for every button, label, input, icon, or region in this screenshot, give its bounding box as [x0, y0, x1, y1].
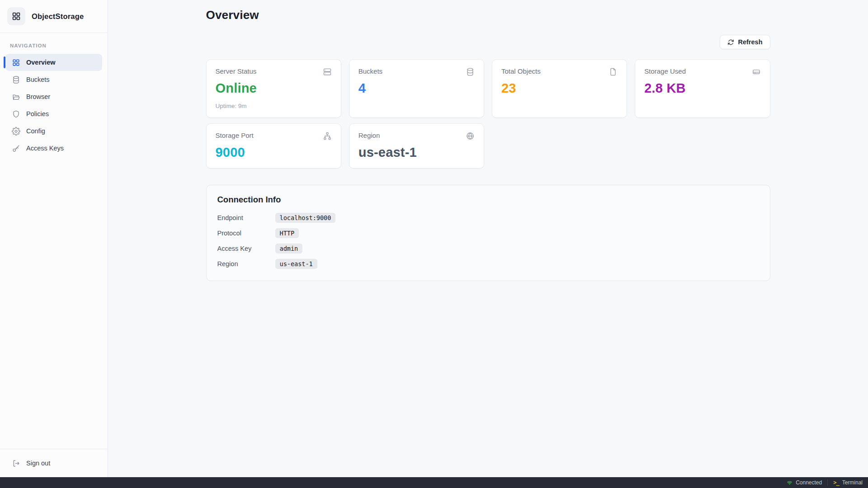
active-indicator-bar	[4, 56, 5, 68]
connection-row-label: Protocol	[217, 230, 275, 237]
card-subtitle: Uptime: 9m	[216, 103, 332, 109]
refresh-icon	[727, 39, 734, 46]
nav-section-label: NAVIGATION	[5, 39, 102, 54]
card-value: 23	[501, 81, 618, 96]
sign-out-label: Sign out	[26, 460, 50, 467]
hard-drive-icon	[752, 67, 761, 76]
sign-out-button[interactable]: Sign out	[5, 455, 102, 472]
status-bar: Connected >_ Terminal	[0, 477, 868, 488]
app-logo: ObjectStorage	[0, 0, 108, 33]
card-value: Online	[216, 81, 332, 96]
connection-row-region: Region us-east-1	[217, 259, 759, 269]
toolbar: Refresh	[206, 35, 770, 49]
folder-open-icon	[12, 93, 20, 101]
network-icon	[323, 131, 332, 141]
connection-status-label: Connected	[796, 479, 822, 486]
connection-status: Connected	[781, 477, 827, 488]
terminal-toggle[interactable]: >_ Terminal	[828, 477, 868, 488]
terminal-icon: >_	[833, 479, 839, 486]
connection-row-protocol: Protocol HTTP	[217, 228, 759, 238]
card-label: Storage Used	[644, 67, 686, 75]
app-logo-icon	[7, 7, 25, 25]
sidebar-item-label: Policies	[26, 110, 49, 117]
connection-info-title: Connection Info	[217, 195, 759, 205]
connection-row-label: Access Key	[217, 245, 275, 252]
key-icon	[12, 144, 20, 153]
sidebar-item-label: Access Keys	[26, 145, 64, 152]
sign-out-icon	[12, 459, 20, 468]
main-content: Overview Refresh Server Status	[108, 0, 868, 477]
connection-row-value: admin	[275, 244, 303, 253]
sidebar-item-access-keys[interactable]: Access Keys	[5, 140, 102, 157]
connection-info-panel: Connection Info Endpoint localhost:9000 …	[206, 185, 770, 281]
card-label: Server Status	[216, 67, 257, 75]
connection-row-endpoint: Endpoint localhost:9000	[217, 213, 759, 223]
card-label: Region	[359, 131, 380, 139]
sidebar-item-browser[interactable]: Browser	[5, 88, 102, 105]
refresh-label: Refresh	[738, 38, 763, 46]
dashboard-grid-icon	[12, 58, 20, 67]
card-value: 2.8 KB	[644, 81, 760, 96]
app-window: ObjectStorage NAVIGATION Overview Bucke	[0, 0, 868, 477]
connection-row-value: HTTP	[275, 228, 299, 238]
connection-row-value: us-east-1	[275, 259, 317, 269]
wifi-icon	[787, 480, 793, 486]
card-server-status: Server Status Online Uptime: 9m	[206, 59, 341, 118]
card-region: Region us-east-1	[349, 123, 484, 169]
connection-row-label: Endpoint	[217, 214, 275, 221]
file-icon	[609, 67, 618, 76]
sidebar-item-label: Buckets	[26, 76, 50, 83]
shield-icon	[12, 110, 20, 118]
dashboard-grid-icon	[11, 11, 21, 21]
sidebar-footer: Sign out	[0, 449, 108, 477]
connection-row-value: localhost:9000	[275, 213, 336, 223]
database-icon	[12, 75, 20, 84]
database-icon	[466, 67, 475, 76]
globe-icon	[466, 131, 475, 141]
card-storage-used: Storage Used 2.8 KB	[635, 59, 770, 118]
sidebar-item-label: Config	[26, 127, 45, 135]
card-total-objects: Total Objects 23	[492, 59, 627, 118]
card-buckets: Buckets 4	[349, 59, 484, 118]
server-icon	[323, 67, 332, 76]
sidebar-item-label: Overview	[26, 59, 56, 66]
card-label: Total Objects	[501, 67, 541, 75]
card-value: 4	[359, 81, 475, 96]
stat-cards-grid: Server Status Online Uptime: 9m Buckets	[206, 59, 770, 169]
page-title: Overview	[206, 8, 770, 22]
app-title: ObjectStorage	[32, 12, 84, 21]
sidebar-nav: NAVIGATION Overview Buckets	[0, 33, 108, 449]
connection-row-label: Region	[217, 260, 275, 267]
connection-row-access-key: Access Key admin	[217, 244, 759, 253]
sidebar-item-label: Browser	[26, 93, 50, 100]
card-value: us-east-1	[359, 145, 475, 160]
sidebar-item-config[interactable]: Config	[5, 122, 102, 140]
card-value: 9000	[216, 145, 332, 160]
card-label: Storage Port	[216, 131, 254, 139]
terminal-label: Terminal	[842, 479, 863, 486]
card-label: Buckets	[359, 67, 382, 75]
gear-icon	[12, 127, 20, 136]
card-storage-port: Storage Port 9000	[206, 123, 341, 169]
sidebar-item-policies[interactable]: Policies	[5, 105, 102, 122]
refresh-button[interactable]: Refresh	[720, 35, 770, 49]
sidebar: ObjectStorage NAVIGATION Overview Bucke	[0, 0, 108, 477]
sidebar-item-buckets[interactable]: Buckets	[5, 71, 102, 88]
sidebar-item-overview[interactable]: Overview	[5, 54, 102, 71]
